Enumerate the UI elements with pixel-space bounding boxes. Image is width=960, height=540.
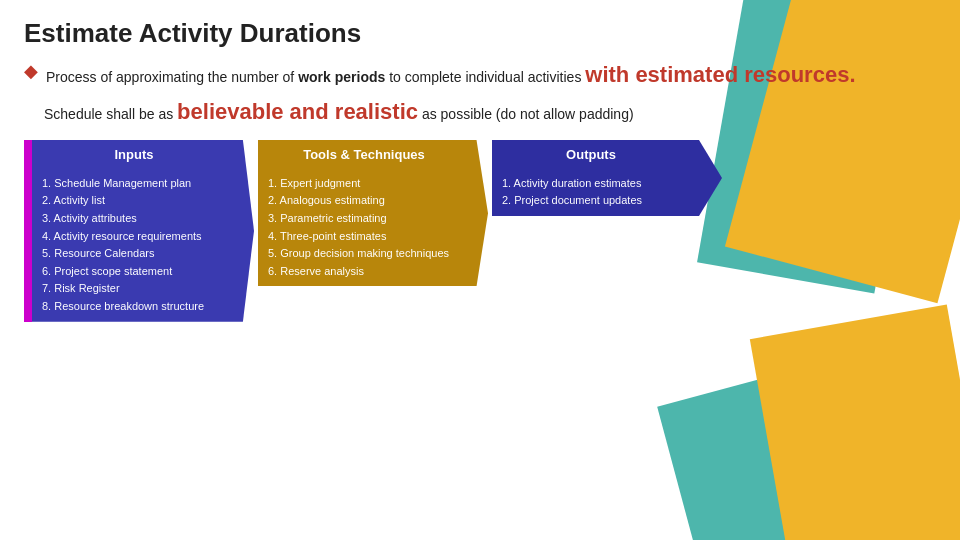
inputs-body: 1. Schedule Management plan 2. Activity … — [32, 169, 238, 322]
bullet1-bold: work periods — [298, 69, 385, 85]
schedule-text: Schedule shall be as believable and real… — [44, 95, 936, 128]
output-item-2: 2. Project document updates — [502, 192, 680, 210]
input-item-1: 1. Schedule Management plan — [42, 175, 226, 193]
schedule-post: as possible (do not allow padding) — [418, 106, 634, 122]
schedule-highlight: believable and realistic — [177, 99, 418, 124]
tool-item-2: 2. Analogous estimating — [268, 192, 460, 210]
tool-item-1: 1. Expert judgment — [268, 175, 460, 193]
tools-panel: Tools & Techniques 1. Expert judgment 2.… — [258, 140, 488, 322]
outputs-panel: Outputs 1. Activity duration estimates 2… — [492, 140, 722, 322]
input-item-5: 5. Resource Calendars — [42, 245, 226, 263]
inputs-panel: Inputs 1. Schedule Management plan 2. Ac… — [24, 140, 254, 322]
input-item-4: 4. Activity resource requirements — [42, 228, 226, 246]
outputs-body: 1. Activity duration estimates 2. Projec… — [492, 169, 692, 216]
page-title: Estimate Activity Durations — [24, 18, 936, 49]
tools-header: Tools & Techniques — [258, 140, 472, 169]
magenta-border — [24, 140, 32, 322]
tool-item-4: 4. Three-point estimates — [268, 228, 460, 246]
outputs-header: Outputs — [492, 140, 692, 169]
bullet-1: ◆ Process of approximating the number of… — [24, 59, 936, 91]
bullet1-pre: Process of approximating the number of — [46, 69, 298, 85]
inputs-header: Inputs — [32, 140, 238, 169]
input-item-8: 8. Resource breakdown structure — [42, 298, 226, 316]
process-table: Inputs 1. Schedule Management plan 2. Ac… — [24, 140, 936, 322]
input-item-3: 3. Activity attributes — [42, 210, 226, 228]
input-item-2: 2. Activity list — [42, 192, 226, 210]
tool-item-6: 6. Reserve analysis — [268, 263, 460, 281]
outputs-inner: Outputs 1. Activity duration estimates 2… — [492, 140, 722, 216]
tools-inner: Tools & Techniques 1. Expert judgment 2.… — [258, 140, 488, 287]
schedule-pre: Schedule shall be as — [44, 106, 177, 122]
tools-body: 1. Expert judgment 2. Analogous estimati… — [258, 169, 472, 287]
bullet-diamond-icon: ◆ — [24, 60, 38, 82]
bullet-1-text: Process of approximating the number of w… — [46, 59, 856, 91]
inputs-inner: Inputs 1. Schedule Management plan 2. Ac… — [32, 140, 254, 322]
tool-item-3: 3. Parametric estimating — [268, 210, 460, 228]
tool-item-5: 5. Group decision making techniques — [268, 245, 460, 263]
input-item-7: 7. Risk Register — [42, 280, 226, 298]
output-item-1: 1. Activity duration estimates — [502, 175, 680, 193]
input-item-6: 6. Project scope statement — [42, 263, 226, 281]
bullet1-mid: to complete individual activities — [385, 69, 585, 85]
bullet1-highlight: with estimated resources. — [585, 62, 855, 87]
